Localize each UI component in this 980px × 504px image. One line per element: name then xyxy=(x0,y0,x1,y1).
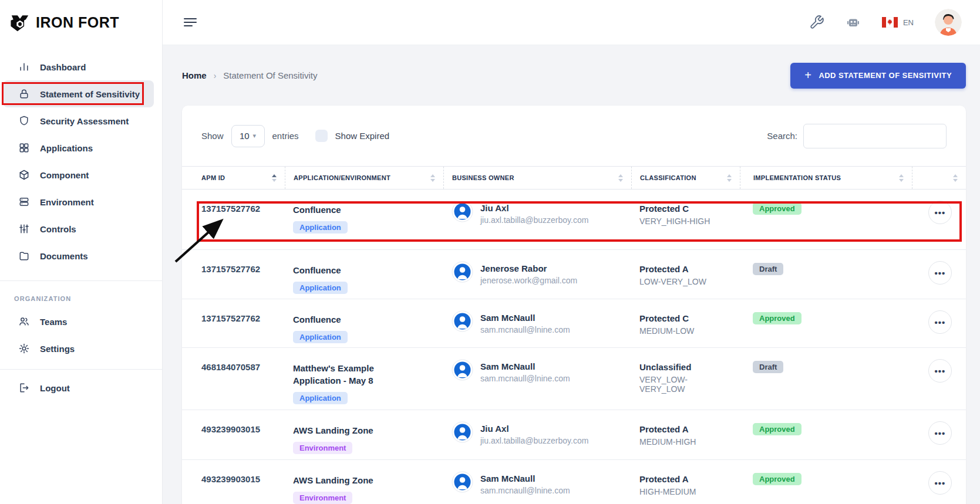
sidebar-item-logout[interactable]: Logout xyxy=(3,374,154,401)
column-header-apm-id[interactable]: APM ID xyxy=(182,167,285,189)
owner-name: Sam McNaull xyxy=(480,469,570,483)
sidebar-item-teams[interactable]: Teams xyxy=(3,308,154,335)
statements-card: Show 10 ▾ entries Show Expired Search: A… xyxy=(182,106,966,504)
classification-cell: Protected C VERY_HIGH-HIGH xyxy=(631,190,740,249)
business-owner-cell: Jiu Axl jiu.axl.tabilla@buzzerboy.com xyxy=(443,190,631,249)
classification-detail: VERY_LOW-VERY_LOW xyxy=(639,372,732,394)
grid-icon xyxy=(18,142,30,154)
sort-icon xyxy=(272,174,277,182)
sidebar-item-environment[interactable]: Environment xyxy=(3,188,154,215)
owner-name: Jiu Axl xyxy=(480,420,588,434)
apm-id-cell: 137157527762 xyxy=(182,299,285,347)
robot-icon[interactable] xyxy=(846,15,861,30)
row-actions-button[interactable]: ••• xyxy=(928,261,952,285)
column-header-classification[interactable]: CLASSIFICATION xyxy=(631,167,740,189)
apm-id-cell: 137157527762 xyxy=(182,250,285,299)
actions-cell: ••• xyxy=(912,410,966,459)
column-header-actions[interactable] xyxy=(912,167,966,189)
apm-id-cell: 137157527762 xyxy=(182,190,285,249)
owner-avatar-icon xyxy=(452,261,473,283)
language-switcher[interactable]: EN xyxy=(882,17,914,28)
add-statement-button[interactable]: + ADD STATEMENT OF SENSITIVITY xyxy=(790,63,966,89)
application-name: Matthew's Example Application - May 8 xyxy=(293,362,398,387)
entries-select[interactable]: 10 ▾ xyxy=(231,125,265,147)
wrench-icon[interactable] xyxy=(809,15,824,30)
column-header-business-owner[interactable]: BUSINESS OWNER xyxy=(443,167,631,189)
breadcrumb-home-link[interactable]: Home xyxy=(182,70,207,80)
sidebar-item-documents[interactable]: Documents xyxy=(3,242,154,269)
application-name: Confluence xyxy=(293,313,398,326)
brand-logo[interactable]: IRON FORT xyxy=(0,0,162,45)
lock-icon xyxy=(18,88,30,100)
sidebar-item-component[interactable]: Component xyxy=(3,161,154,188)
row-actions-button[interactable]: ••• xyxy=(928,421,952,445)
status-badge: Approved xyxy=(753,473,801,485)
shield-icon xyxy=(18,115,30,127)
type-badge: Environment xyxy=(293,492,352,504)
cube-icon xyxy=(18,169,30,181)
status-badge: Draft xyxy=(753,263,783,275)
brand-name: IRON FORT xyxy=(36,14,119,31)
owner-name: Jenerose Rabor xyxy=(480,259,577,273)
folder-icon xyxy=(18,250,30,262)
classification-detail: MEDIUM-LOW xyxy=(639,323,732,336)
search-label: Search: xyxy=(767,131,797,141)
sidebar-nav: Dashboard Statement of Sensitivity Secur… xyxy=(0,45,162,401)
sort-icon xyxy=(953,174,958,182)
search-input[interactable] xyxy=(803,124,947,148)
owner-avatar-icon xyxy=(452,310,473,332)
status-cell: Approved xyxy=(740,410,912,459)
apm-id-cell: 493239903015 xyxy=(182,460,285,504)
row-actions-button[interactable]: ••• xyxy=(928,359,952,383)
sidebar: IRON FORT Dashboard Statement of Sensiti… xyxy=(0,0,163,504)
sidebar-item-settings[interactable]: Settings xyxy=(3,335,154,362)
classification-cell: Protected A MEDIUM-HIGH xyxy=(631,410,740,459)
business-owner-cell: Jenerose Rabor jenerose.work@gmail.com xyxy=(443,250,631,299)
classification-cell: Protected A HIGH-MEDIUM xyxy=(631,460,740,504)
sidebar-item-controls[interactable]: Controls xyxy=(3,215,154,242)
apm-id-cell: 493239903015 xyxy=(182,410,285,459)
classification-level: Protected C xyxy=(639,313,732,323)
row-actions-button[interactable]: ••• xyxy=(928,201,952,224)
sidebar-section-organization: ORGANIZATION xyxy=(0,281,162,308)
actions-cell: ••• xyxy=(912,348,966,410)
row-actions-button[interactable]: ••• xyxy=(928,471,952,495)
table-row: 493239903015 AWS Landing Zone Environmen… xyxy=(182,459,966,504)
table-row: 137157527762 Confluence Application Jiu … xyxy=(182,190,966,249)
actions-cell: ••• xyxy=(912,299,966,347)
sidebar-divider xyxy=(0,369,162,370)
sidebar-item-applications[interactable]: Applications xyxy=(3,134,154,161)
owner-name: Jiu Axl xyxy=(480,199,588,213)
business-owner-cell: Sam McNaull sam.mcnaull@lnine.com xyxy=(443,460,631,504)
business-owner-cell: Sam McNaull sam.mcnaull@lnine.com xyxy=(443,348,631,410)
show-expired-checkbox[interactable] xyxy=(315,130,328,142)
row-actions-button[interactable]: ••• xyxy=(928,310,952,334)
table-row: 137157527762 Confluence Application Sam … xyxy=(182,299,966,347)
status-cell: Draft xyxy=(740,348,912,410)
sort-icon xyxy=(618,174,623,182)
column-header-implementation-status[interactable]: IMPLEMENTATION STATUS xyxy=(740,167,912,189)
sidebar-item-security-assessment[interactable]: Security Assessment xyxy=(3,107,154,134)
bar-chart-icon xyxy=(18,61,30,73)
owner-avatar-icon xyxy=(452,421,473,443)
sort-icon xyxy=(899,174,904,182)
column-header-application-environment[interactable]: APPLICATION/ENVIRONMENT xyxy=(285,167,443,189)
owner-email: sam.mcnaull@lnine.com xyxy=(480,371,570,383)
owner-email: jiu.axl.tabilla@buzzerboy.com xyxy=(480,213,588,225)
logout-icon xyxy=(18,382,30,394)
menu-icon[interactable] xyxy=(184,16,197,28)
sliders-icon xyxy=(18,223,30,235)
application-name: Confluence xyxy=(293,264,398,276)
actions-cell: ••• xyxy=(912,250,966,299)
application-cell: Confluence Application xyxy=(285,299,443,347)
sort-icon xyxy=(430,174,435,182)
sidebar-item-statement-of-sensitivity[interactable]: Statement of Sensitivity xyxy=(3,80,154,107)
user-avatar[interactable] xyxy=(935,9,962,36)
sidebar-item-dashboard[interactable]: Dashboard xyxy=(3,53,154,80)
classification-level: Protected A xyxy=(639,474,732,484)
apm-id-cell: 468184070587 xyxy=(182,348,285,410)
application-cell: Matthew's Example Application - May 8 Ap… xyxy=(285,348,443,410)
classification-level: Protected A xyxy=(639,264,732,274)
application-cell: Confluence Application xyxy=(285,190,443,249)
application-cell: AWS Landing Zone Environment xyxy=(285,460,443,504)
